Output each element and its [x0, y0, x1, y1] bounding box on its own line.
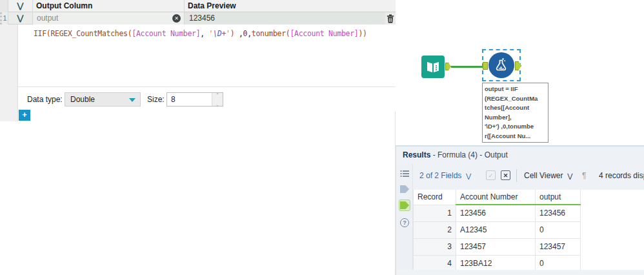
spinner-down-icon: ▼ — [216, 99, 219, 112]
results-panel: Results - Formula (4) - Output ? 2 of 2 — [396, 145, 644, 275]
data-cell[interactable]: 0 — [536, 221, 581, 238]
fields-summary: 2 of 2 Fields — [419, 171, 461, 180]
help-button[interactable]: ? — [399, 217, 410, 229]
results-table-container: RecordAccount Numberoutput 1123456123456… — [413, 190, 644, 271]
expression-segment: )) — [358, 29, 367, 38]
connection-line[interactable] — [451, 66, 483, 68]
results-table[interactable]: RecordAccount Numberoutput 1123456123456… — [413, 190, 581, 272]
trash-icon — [387, 14, 394, 23]
cancel-box-button[interactable]: ✕ — [501, 170, 510, 180]
expression-segment: , — [239, 29, 243, 38]
record-number-cell[interactable]: 3 — [414, 238, 456, 255]
annotation-line: (REGEX_CountMa — [485, 94, 546, 104]
table-row[interactable]: 3123457123457 — [414, 238, 581, 255]
data-preview-value: 123456 — [185, 12, 385, 25]
chevron-down-icon: ⋁ — [567, 172, 572, 179]
input-anchor[interactable] — [483, 62, 488, 70]
output-column-field[interactable]: output ✕ — [33, 12, 185, 25]
results-header: Results - Formula (4) - Output — [396, 147, 644, 164]
results-title: Results — [403, 150, 430, 159]
help-icon: ? — [400, 218, 409, 227]
table-row[interactable]: 2A123450 — [414, 221, 581, 238]
results-toolbar: 2 of 2 Fields ⋁ ✓ ✕ Cell Viewer ⋁ ¶ 4 re… — [413, 164, 644, 190]
record-number-cell[interactable]: 2 — [414, 221, 456, 238]
output-anchor[interactable] — [445, 63, 451, 70]
output-anchor-icon — [400, 201, 409, 209]
chevron-down-icon[interactable]: ⋁ — [8, 0, 33, 12]
chevron-down-icon[interactable]: ⋁ — [8, 12, 33, 25]
data-cell[interactable]: 123456 — [456, 205, 536, 221]
size-input[interactable]: 8 ▲▼ — [166, 92, 223, 107]
list-icon — [400, 170, 410, 178]
formula-config-panel: ⋁ Output Column Data Preview 1 ⋁ output … — [0, 0, 396, 275]
fields-dropdown[interactable]: 2 of 2 Fields ⋁ — [419, 171, 471, 180]
annotation-line: tches([Account — [485, 103, 546, 113]
cell-viewer-dropdown[interactable]: Cell Viewer ⋁ — [524, 171, 572, 180]
annotation-line: Number], — [485, 113, 546, 123]
workflow-canvas[interactable]: output = IIF(REGEX_CountMatches([Account… — [396, 0, 644, 145]
expression-segment: ' — [226, 29, 230, 38]
tool-annotation[interactable]: output = IIF(REGEX_CountMatches([Account… — [482, 83, 548, 143]
results-subtitle: - Formula (4) - Output — [430, 150, 507, 159]
apply-checkbox-button[interactable]: ✓ — [486, 170, 496, 180]
results-table-body: 11234561234562A12345031234571234574123BA… — [414, 205, 581, 272]
data-cell[interactable]: A12345 — [456, 221, 536, 238]
add-expression-button[interactable]: + — [19, 110, 30, 121]
book-icon — [425, 60, 441, 74]
cell-viewer-label: Cell Viewer — [524, 171, 563, 180]
record-number-cell[interactable]: 1 — [414, 205, 456, 221]
left-gutter — [0, 25, 18, 121]
expression-segment: ) — [230, 29, 239, 38]
row-number: 1 — [0, 12, 8, 25]
column-header[interactable]: Account Number — [456, 190, 536, 205]
output-column-value: output — [37, 14, 58, 23]
alteryx-designer-window: ⋁ Output Column Data Preview 1 ⋁ output … — [0, 0, 644, 275]
x-icon: ✕ — [503, 172, 508, 179]
data-type-dropdown[interactable]: Double — [65, 92, 141, 107]
data-cell[interactable]: 123457 — [536, 238, 581, 255]
horizontal-scrollbar[interactable] — [396, 270, 644, 275]
chevron-down-icon — [129, 98, 136, 102]
data-type-value: Double — [70, 95, 95, 104]
input-anchor-icon — [400, 185, 409, 193]
pilcrow-icon[interactable]: ¶ — [582, 171, 586, 180]
expression-segment: tonumber( — [252, 29, 290, 38]
size-label: Size: — [147, 95, 165, 104]
annotation-line: output = IIF — [485, 85, 546, 94]
data-preview-header: Data Preview — [185, 0, 396, 12]
expression-row[interactable]: 1 ⋁ output ✕ 123456 — [0, 12, 396, 25]
delete-expression-button[interactable] — [385, 12, 396, 25]
spinner-up-icon: ▲ — [216, 87, 219, 99]
expression-segment: [Account Number] — [290, 29, 358, 38]
expression-editor[interactable]: IIF(REGEX_CountMatches([Account Number],… — [18, 25, 396, 87]
formula-expression: IIF(REGEX_CountMatches([Account Number],… — [34, 29, 392, 38]
table-row[interactable]: 1123456123456 — [414, 205, 581, 221]
metadata-view-button[interactable] — [399, 168, 410, 179]
data-cell[interactable]: 123457 — [456, 238, 536, 255]
expression-segment: , — [200, 29, 208, 38]
gutter-header — [0, 0, 8, 12]
expression-segment: IIF(REGEX_CountMatches( — [34, 29, 132, 38]
expression-segment: , — [247, 29, 252, 38]
check-icon: ✓ — [488, 172, 494, 179]
clear-icon[interactable]: ✕ — [172, 14, 181, 23]
results-table-header-row: RecordAccount Numberoutput — [414, 190, 581, 205]
data-type-row: Data type: Double Size: 8 ▲▼ — [18, 87, 396, 112]
text-input-tool[interactable] — [421, 56, 445, 78]
column-header[interactable]: output — [536, 190, 581, 205]
results-side-toolbar: ? — [396, 164, 413, 275]
expression-grid-header: ⋁ Output Column Data Preview — [0, 0, 396, 12]
toolbar-divider — [516, 169, 517, 182]
data-cell[interactable]: 123456 — [536, 205, 581, 221]
output-anchor-view-button[interactable] — [399, 199, 410, 211]
formula-tool[interactable] — [488, 52, 514, 78]
output-column-header: Output Column — [33, 0, 185, 12]
annotation-line: r([Account Nu... — [485, 132, 546, 141]
size-stepper[interactable]: ▲▼ — [212, 93, 223, 106]
data-type-label: Data type: — [27, 95, 63, 104]
column-header[interactable]: Record — [414, 190, 456, 205]
chevron-down-icon: ⋁ — [466, 172, 471, 179]
expression-segment: [Account Number] — [132, 29, 200, 38]
expression-segment: \D+ — [213, 29, 226, 38]
input-anchor-view-button[interactable] — [399, 183, 410, 195]
